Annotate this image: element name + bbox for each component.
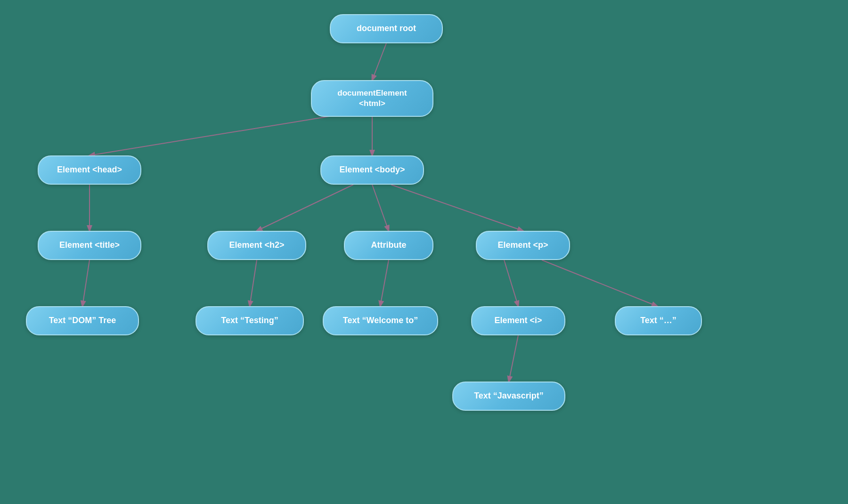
svg-line-8 [250,260,257,306]
svg-line-0 [372,43,386,80]
dom-tree-diagram: document root documentElement<html> Elem… [0,0,848,504]
svg-line-4 [82,260,90,306]
svg-line-10 [504,260,518,306]
attribute-node: Attribute [344,231,433,260]
svg-line-12 [509,335,518,382]
text-ellipsis-node: Text “…” [615,306,702,335]
svg-line-1 [90,114,344,155]
text-welcome-node: Text “Welcome to” [323,306,438,335]
svg-line-6 [372,185,389,231]
svg-line-11 [542,260,657,306]
text-javascript-node: Text “Javascript” [452,382,565,411]
element-title-node: Element <title> [38,231,141,260]
element-body-node: Element <body> [320,155,424,185]
element-p-node: Element <p> [476,231,570,260]
element-h2-node: Element <h2> [207,231,306,260]
text-testing-node: Text “Testing” [196,306,304,335]
element-head-node: Element <head> [38,155,141,185]
svg-line-9 [380,260,389,306]
document-element-node: documentElement<html> [311,80,433,117]
element-i-node: Element <i> [471,306,565,335]
text-dom-node: Text “DOM” Tree [26,306,139,335]
svg-line-7 [391,185,523,231]
document-root-node: document root [330,14,443,43]
svg-line-5 [257,185,353,231]
